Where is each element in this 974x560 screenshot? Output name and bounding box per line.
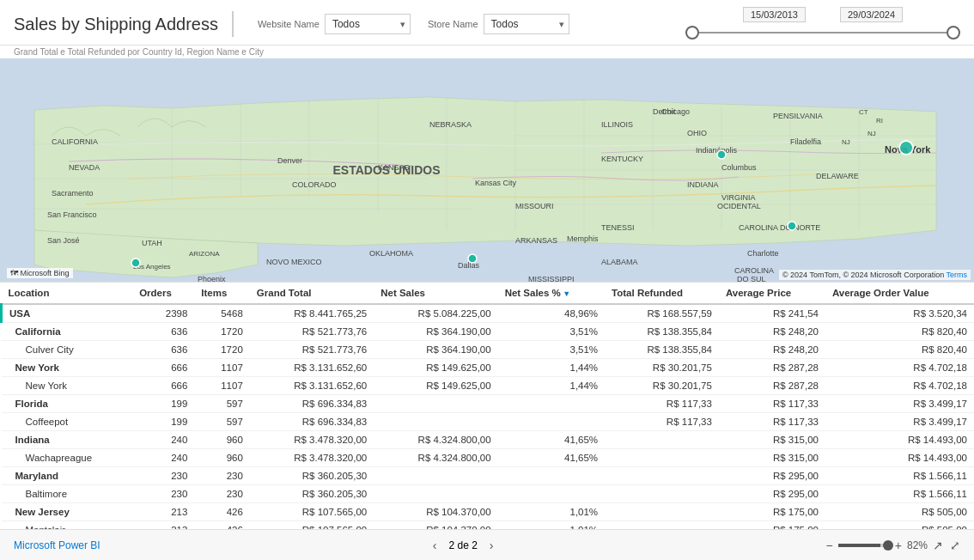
- page-info: 2 de 2: [448, 539, 477, 551]
- svg-text:COLORADO: COLORADO: [292, 180, 337, 189]
- zoom-minus-button[interactable]: −: [826, 539, 833, 552]
- svg-text:OHIO: OHIO: [687, 129, 707, 137]
- table-header: Location Orders Items Grand Total Net Sa…: [2, 283, 975, 304]
- website-select[interactable]: Todos: [325, 14, 411, 34]
- fullscreen-icon[interactable]: ⤢: [950, 539, 960, 552]
- bing-logo: 🗺 Microsoft Bing: [7, 268, 73, 278]
- svg-text:NEVADA: NEVADA: [69, 163, 100, 172]
- svg-text:Sacramento: Sacramento: [52, 189, 94, 198]
- zoom-plus-button[interactable]: +: [895, 539, 902, 552]
- cell-location: Montclair: [2, 521, 133, 530]
- prev-page-button[interactable]: ‹: [428, 537, 442, 554]
- svg-text:Kansas City: Kansas City: [475, 179, 517, 187]
- date-start: 15/03/2013: [743, 7, 806, 22]
- col-net-sales-pct[interactable]: Net Sales %: [498, 283, 605, 304]
- share-icon[interactable]: ↗: [933, 539, 943, 552]
- bottom-bar: Microsoft Power BI ‹ 2 de 2 › − + 82% ↗ …: [0, 529, 974, 560]
- svg-text:PENSILVANIA: PENSILVANIA: [773, 112, 823, 120]
- svg-point-52: [468, 254, 477, 263]
- svg-point-56: [717, 150, 726, 159]
- col-total-refunded[interactable]: Total Refunded: [605, 283, 719, 304]
- svg-text:Indianápolis: Indianápolis: [696, 146, 738, 155]
- svg-text:Memphis: Memphis: [567, 234, 599, 243]
- svg-text:MISSOURI: MISSOURI: [515, 202, 554, 210]
- zoom-controls: − + 82% ↗ ⤢: [826, 539, 960, 552]
- next-page-button[interactable]: ›: [484, 537, 499, 554]
- svg-text:OKLAHOMA: OKLAHOMA: [369, 249, 413, 258]
- pagination: ‹ 2 de 2 ›: [428, 537, 499, 554]
- svg-point-53: [131, 259, 140, 267]
- svg-text:Detroit: Detroit: [653, 107, 676, 116]
- zoom-level: 82%: [907, 539, 928, 551]
- store-label: Store Name: [428, 19, 478, 29]
- table-row: New Jersey 213 426 R$ 107.565,00 R$ 104.…: [2, 503, 975, 521]
- subtitle: Grand Total e Total Refunded por Country…: [0, 46, 974, 58]
- svg-text:DO SUL: DO SUL: [737, 275, 766, 282]
- svg-text:NOVO MEXICO: NOVO MEXICO: [266, 258, 322, 266]
- table-row: Coffeepot 199 597 R$ 696.334,83 R$ 117,3…: [2, 413, 975, 431]
- svg-text:NEBRASKA: NEBRASKA: [429, 120, 472, 129]
- col-orders[interactable]: Orders: [132, 283, 194, 304]
- svg-text:ALABAMA: ALABAMA: [601, 258, 638, 266]
- svg-text:NJ: NJ: [867, 130, 876, 137]
- svg-text:Denver: Denver: [277, 156, 302, 165]
- svg-text:CALIFORNIA: CALIFORNIA: [52, 137, 98, 146]
- svg-text:San Francisco: San Francisco: [47, 210, 97, 219]
- cell-location: USA: [2, 304, 133, 323]
- slider-thumb-right[interactable]: [947, 26, 960, 40]
- map-container[interactable]: NEVADA Sacramento San Francisco San José…: [0, 58, 974, 282]
- svg-text:ARKANSAS: ARKANSAS: [515, 236, 557, 245]
- svg-text:CAROLINA DO NORTE: CAROLINA DO NORTE: [739, 223, 820, 232]
- page-title: Sales by Shipping Address: [14, 15, 218, 34]
- slider-thumb-left[interactable]: [685, 26, 699, 40]
- table-row: Baltimore 230 230 R$ 360.205,30 R$ 295,0…: [2, 485, 975, 503]
- col-items[interactable]: Items: [194, 283, 249, 304]
- date-end: 29/03/2024: [840, 7, 903, 22]
- svg-text:Phoenix: Phoenix: [198, 275, 226, 282]
- svg-text:Dallas: Dallas: [458, 261, 480, 270]
- cell-location: New York: [2, 377, 133, 395]
- table-row: New York 666 1107 R$ 3.131.652,60 R$ 149…: [2, 377, 975, 395]
- svg-text:Charlotte: Charlotte: [747, 249, 779, 258]
- table-row: Maryland 230 230 R$ 360.205,30 R$ 295,00…: [2, 467, 975, 485]
- svg-text:VIRGINIA: VIRGINIA: [721, 193, 756, 202]
- cell-location: Wachapreague: [2, 449, 133, 467]
- svg-text:INDIANA: INDIANA: [687, 180, 719, 189]
- svg-point-54: [899, 141, 913, 155]
- col-grand-total[interactable]: Grand Total: [250, 283, 374, 304]
- col-net-sales[interactable]: Net Sales: [374, 283, 497, 304]
- title-divider: [232, 11, 234, 37]
- cell-location: New Jersey: [2, 503, 133, 521]
- col-avg-price[interactable]: Average Price: [719, 283, 825, 304]
- col-avg-order-value[interactable]: Average Order Value: [825, 283, 974, 304]
- svg-text:Columbus: Columbus: [721, 163, 757, 172]
- svg-text:NJ: NJ: [842, 138, 850, 146]
- table-row: Culver City 636 1720 R$ 521.773,76 R$ 36…: [2, 341, 975, 359]
- store-select[interactable]: Todos: [484, 14, 569, 34]
- svg-text:San José: San José: [47, 236, 80, 245]
- table-row: New York 666 1107 R$ 3.131.652,60 R$ 149…: [2, 359, 975, 377]
- svg-text:Filadelfia: Filadelfia: [790, 137, 821, 146]
- cell-location: California: [2, 323, 133, 341]
- col-location[interactable]: Location: [2, 283, 133, 304]
- svg-text:CT: CT: [859, 108, 868, 116]
- cell-location: Maryland: [2, 467, 133, 485]
- table-row: USA 2398 5468 R$ 8.441.765,25 R$ 5.084.2…: [2, 304, 975, 323]
- svg-text:RI: RI: [876, 117, 883, 125]
- table-row: Wachapreague 240 960 R$ 3.478.320,00 R$ …: [2, 449, 975, 467]
- cell-location: Culver City: [2, 341, 133, 359]
- cell-location: Baltimore: [2, 485, 133, 503]
- table-row: Montclair 213 426 R$ 107.565,00 R$ 104.3…: [2, 521, 975, 530]
- table-row: California 636 1720 R$ 521.773,76 R$ 364…: [2, 323, 975, 341]
- data-table: Location Orders Items Grand Total Net Sa…: [0, 282, 974, 529]
- map-attribution: © 2024 TomTom, © 2024 Microsoft Corporat…: [779, 270, 971, 280]
- svg-text:ARIZONA: ARIZONA: [189, 250, 220, 258]
- svg-text:UTAH: UTAH: [142, 239, 162, 247]
- date-range-slider[interactable]: [685, 24, 960, 41]
- zoom-slider[interactable]: [838, 544, 890, 547]
- cell-location: Coffeepot: [2, 413, 133, 431]
- powerbi-link[interactable]: Microsoft Power BI: [14, 539, 100, 551]
- table-row: Florida 199 597 R$ 696.334,83 R$ 117,33 …: [2, 395, 975, 413]
- svg-text:DELAWARE: DELAWARE: [816, 172, 859, 180]
- svg-text:MISSISSIPPI: MISSISSIPPI: [528, 275, 575, 282]
